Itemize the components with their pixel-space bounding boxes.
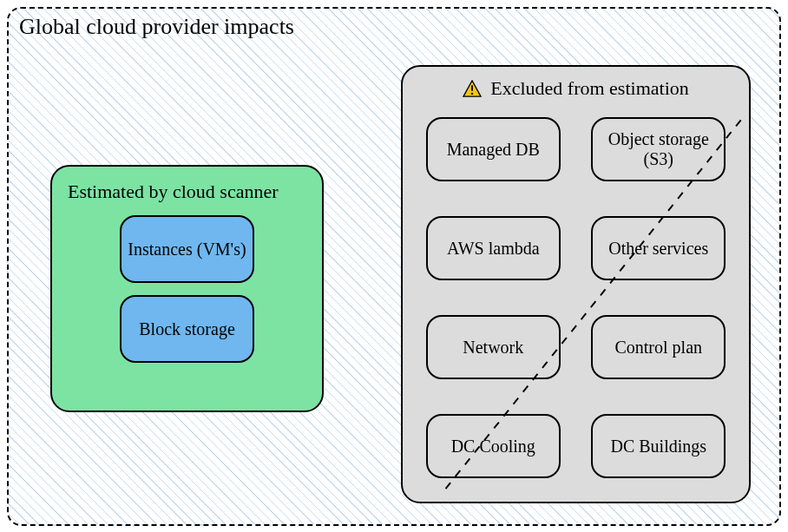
estimated-item-block-storage: Block storage [120, 295, 254, 363]
warning-icon [463, 80, 482, 97]
excluded-item-dc-buildings: DC Buildings [591, 414, 726, 478]
excluded-grid: Managed DB Object storage (S3) AWS lambd… [415, 110, 737, 485]
excluded-item-other-services: Other services [591, 216, 726, 280]
estimated-panel-title: Estimated by cloud scanner [68, 181, 312, 203]
excluded-panel: Excluded from estimation Managed DB Obje… [401, 65, 751, 503]
excluded-panel-title: Excluded from estimation [490, 77, 689, 100]
global-impacts-container: Global cloud provider impacts Estimated … [7, 7, 781, 526]
diagram-title: Global cloud provider impacts [19, 14, 294, 40]
excluded-item-aws-lambda: AWS lambda [426, 216, 561, 280]
estimated-panel: Estimated by cloud scanner Instances (VM… [50, 165, 324, 412]
excluded-item-managed-db: Managed DB [426, 117, 561, 181]
excluded-panel-title-row: Excluded from estimation [415, 77, 737, 100]
excluded-item-object-storage: Object storage (S3) [591, 117, 726, 181]
excluded-item-control-plan: Control plan [591, 315, 726, 379]
svg-point-2 [471, 93, 473, 95]
excluded-item-network: Network [426, 315, 561, 379]
estimated-item-instances: Instances (VM's) [120, 215, 254, 283]
excluded-item-dc-cooling: DC Cooling [426, 414, 561, 478]
